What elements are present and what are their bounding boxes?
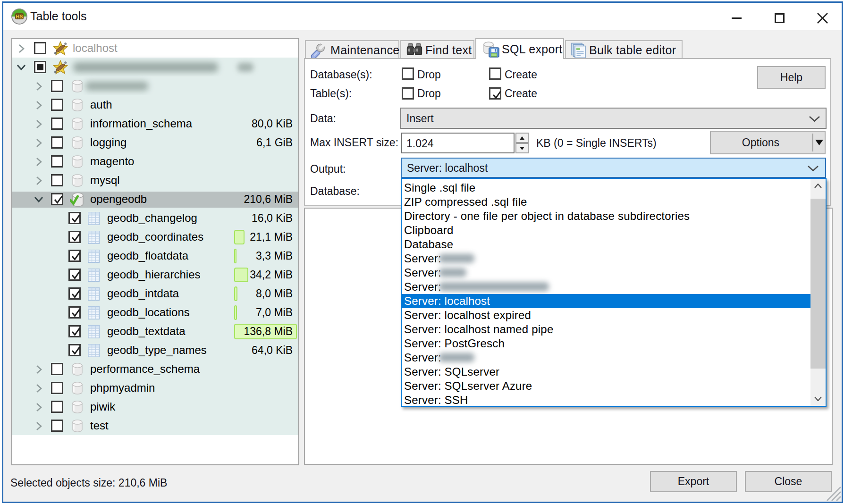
svg-text:HS: HS bbox=[16, 14, 23, 19]
